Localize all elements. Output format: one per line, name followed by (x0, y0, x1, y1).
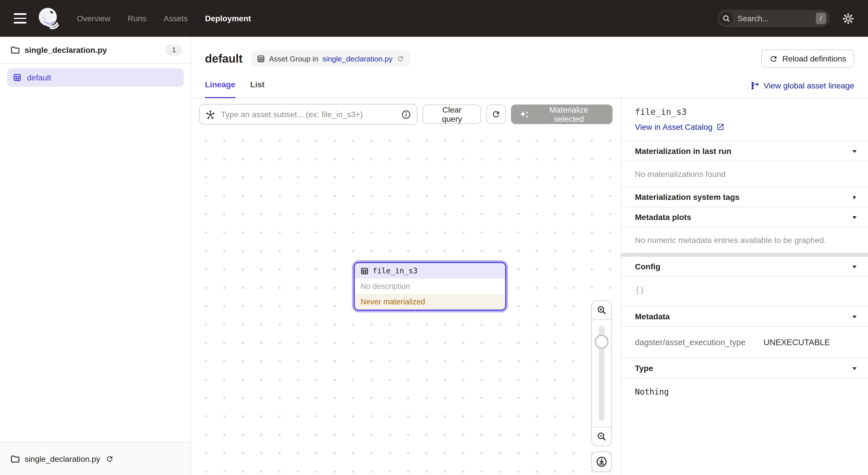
lineage-graph-icon (751, 81, 760, 90)
materialize-selected-button[interactable]: Materialize selected (511, 105, 613, 124)
tab-list[interactable]: List (250, 80, 265, 98)
chevron-down-icon (851, 263, 858, 270)
hamburger-menu-icon[interactable] (14, 13, 26, 24)
asset-group-icon (12, 73, 22, 82)
nav-item-assets[interactable]: Assets (164, 14, 188, 23)
page-header: default Asset Group in single_declaratio… (191, 37, 868, 68)
status-badge: Never materialized (361, 298, 425, 306)
refresh-icon (769, 54, 778, 63)
info-icon[interactable] (402, 110, 411, 119)
chevron-right-icon (851, 194, 858, 200)
folder-icon (10, 46, 20, 55)
sidebar-item-default-group[interactable]: default (7, 68, 184, 87)
reload-location-icon[interactable] (105, 455, 113, 463)
asset-subset-query[interactable] (199, 104, 417, 125)
config-value: {} (621, 277, 868, 306)
section-metadata[interactable]: Metadata (621, 307, 868, 326)
chevron-down-icon (851, 313, 858, 320)
section-config[interactable]: Config (621, 257, 868, 276)
refresh-graph-button[interactable] (486, 105, 505, 124)
asset-group-icon (256, 54, 265, 63)
asset-groups-sidebar: single_declaration.py 1 default (0, 37, 191, 475)
metadata-value: UNEXECUTABLE (764, 338, 830, 347)
zoom-controls (591, 300, 612, 472)
zoom-out-button[interactable] (592, 427, 611, 446)
zoom-in-button[interactable] (592, 301, 611, 319)
section-materialization-system-tags[interactable]: Materialization system tags (621, 187, 868, 207)
dagster-logo-icon[interactable] (37, 6, 61, 30)
zoom-slider-thumb[interactable] (595, 335, 609, 349)
page-title: default (205, 52, 243, 65)
asset-node-file-in-s3[interactable]: file_in_s3 No description Never material… (352, 260, 508, 313)
type-value: Nothing (621, 379, 868, 408)
search-shortcut-key: / (816, 12, 826, 24)
sparkles-icon (520, 110, 529, 119)
nav-item-runs[interactable]: Runs (128, 14, 146, 23)
asset-name-title: file_in_s3 (635, 107, 854, 117)
materialize-selected-label: Materialize selected (534, 105, 604, 123)
asset-node-title: file_in_s3 (373, 267, 417, 275)
graph-toolbar: Clear query (191, 98, 621, 130)
clear-query-label: Clear query (431, 105, 472, 123)
nav-item-overview[interactable]: Overview (77, 14, 111, 23)
metadata-key: dagster/asset_execution_type (635, 338, 764, 347)
search-icon (719, 11, 733, 25)
asset-node-header: file_in_s3 (355, 263, 505, 278)
view-in-asset-catalog-link[interactable]: View in Asset Catalog (635, 122, 854, 131)
view-global-asset-lineage-link[interactable]: View global asset lineage (751, 81, 855, 98)
tab-lineage[interactable]: Lineage (205, 80, 236, 98)
asset-node-description: No description (355, 278, 505, 294)
group-name: default (27, 73, 51, 82)
nav-right-cluster: / (718, 10, 854, 27)
view-global-label: View global asset lineage (764, 81, 855, 90)
refresh-icon[interactable] (396, 55, 404, 62)
sidebar-code-location[interactable]: single_declaration.py 1 (0, 37, 191, 64)
lineage-graph-pane: Clear query (191, 98, 621, 475)
search-input[interactable] (737, 13, 812, 23)
no-metadata-plots-text: No numeric metadata entries available to… (621, 228, 868, 253)
section-separator (621, 253, 868, 257)
code-location-name: single_declaration.py (25, 46, 160, 55)
reload-definitions-button[interactable]: Reload definitions (761, 50, 854, 68)
primary-nav: Overview Runs Assets Deployment (77, 14, 251, 23)
section-materialization-last-run[interactable]: Materialization in last run (621, 141, 868, 161)
chevron-down-icon (851, 214, 858, 220)
asset-node-status: Never materialized (355, 294, 505, 309)
section-type[interactable]: Type (621, 358, 868, 378)
lineage-canvas[interactable]: file_in_s3 No description Never material… (191, 130, 621, 475)
pill-location-link[interactable]: single_declaration.py (322, 54, 392, 63)
tabs-row: Lineage List View global asset line (191, 68, 868, 98)
nav-item-deployment[interactable]: Deployment (205, 14, 251, 23)
zoom-slider[interactable] (592, 319, 611, 427)
table-grid-icon (361, 267, 369, 275)
download-image-button[interactable] (591, 451, 612, 472)
graph-query-icon (206, 110, 215, 119)
no-materializations-text: No materializations found (621, 161, 868, 187)
asset-detail-panel: file_in_s3 View in Asset Catalog Materia… (621, 98, 868, 475)
chevron-down-icon (851, 148, 858, 154)
dagster-app: Overview Runs Assets Deployment / (0, 0, 868, 475)
asset-count-badge: 1 (165, 44, 183, 56)
folder-icon (10, 454, 20, 463)
footer-location-name: single_declaration.py (25, 454, 100, 463)
pill-prefix-text: Asset Group in (269, 54, 318, 63)
external-link-icon (716, 123, 724, 131)
chevron-down-icon (851, 365, 858, 371)
settings-gear-icon[interactable] (842, 12, 854, 24)
asset-subset-input[interactable] (220, 109, 397, 119)
reload-definitions-label: Reload definitions (782, 54, 846, 63)
section-metadata-plots[interactable]: Metadata plots (621, 207, 868, 227)
global-search[interactable]: / (718, 10, 830, 27)
asset-group-context-pill: Asset Group in single_declaration.py (251, 51, 410, 67)
clear-query-button[interactable]: Clear query (423, 105, 481, 124)
top-nav: Overview Runs Assets Deployment / (0, 0, 868, 37)
sidebar-footer: single_declaration.py (0, 442, 191, 475)
metadata-row: dagster/asset_execution_type UNEXECUTABL… (621, 327, 868, 358)
